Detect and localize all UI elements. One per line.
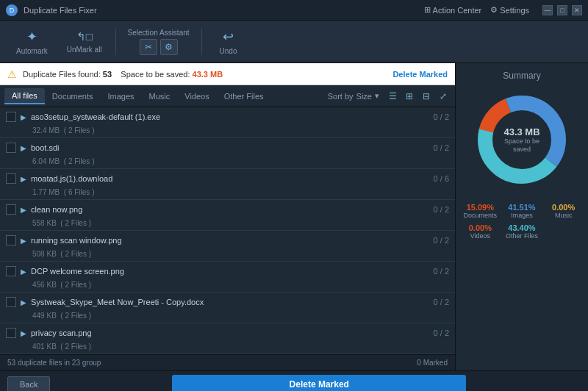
file-info-0: 32.4 MB ( 2 Files ) (0, 126, 455, 137)
file-group-3: ▶ clean now.png 0 / 2 558 KB ( 2 Files ) (0, 200, 455, 231)
stat-music: 0.00% Music (545, 203, 582, 219)
toolbar-divider-1 (115, 29, 116, 55)
file-group-6: ▶ Systweak_Skype_Meet Now_Preeti - Copy.… (0, 293, 455, 323)
file-name-1: boot.sdi (31, 143, 423, 152)
stat-images: 41.51% Images (503, 203, 541, 219)
space-label: Space to be saved: (121, 70, 190, 79)
expand-arrow-2[interactable]: ▶ (21, 175, 26, 183)
tab-music[interactable]: Music (142, 89, 178, 104)
expand-arrow-0[interactable]: ▶ (21, 113, 26, 121)
toolbar-divider-2 (201, 29, 202, 55)
expand-arrow-6[interactable]: ▶ (21, 298, 26, 306)
undo-button[interactable]: ↩ Undo (207, 26, 251, 58)
file-name-3: clean now.png (31, 205, 423, 214)
main-content: ⚠ Duplicate Files found: 53 Space to be … (0, 63, 588, 370)
checkbox-5[interactable] (6, 266, 16, 276)
file-info-6: 449 KB ( 2 Files ) (0, 312, 455, 323)
automark-button[interactable]: ✦ Automark (7, 26, 57, 58)
file-group-header-6[interactable]: ▶ Systweak_Skype_Meet Now_Preeti - Copy.… (0, 293, 455, 312)
file-list: ▶ aso3setup_systweak-default (1).exe 0 /… (0, 107, 455, 354)
stat-documents: 15.09% Documents (462, 203, 499, 219)
marked-count: 0 Marked (417, 359, 448, 367)
stat-videos: 0.00% Videos (462, 223, 499, 240)
tab-all-files[interactable]: All files (4, 88, 45, 104)
donut-label: Space to besaved (503, 137, 539, 154)
minimize-button[interactable]: — (542, 5, 553, 15)
file-name-7: privacy scan.png (31, 329, 423, 337)
select-scissors-icon[interactable]: ✂ (140, 39, 157, 55)
window-controls: — □ ✕ (542, 5, 582, 15)
tab-documents[interactable]: Documents (45, 89, 101, 104)
settings-button[interactable]: ⚙ Settings (490, 5, 529, 15)
file-info-3: 558 KB ( 2 Files ) (0, 219, 455, 230)
delete-marked-button[interactable]: Delete Marked (172, 375, 466, 392)
alert-text: Duplicate Files found: 53 Space to be sa… (23, 70, 387, 79)
grid-icon: ⊞ (424, 5, 431, 15)
file-name-0: aso3setup_systweak-default (1).exe (31, 112, 423, 121)
file-group-5: ▶ DCP welcome screen.png 0 / 2 456 KB ( … (0, 262, 455, 293)
close-button[interactable]: ✕ (572, 5, 582, 15)
action-center-button[interactable]: ⊞ Action Center (424, 5, 482, 15)
checkbox-3[interactable] (6, 204, 16, 215)
stat-pct-documents: 15.09% (462, 203, 499, 212)
file-group-0: ▶ aso3setup_systweak-default (1).exe 0 /… (0, 107, 455, 138)
file-score-2: 0 / 6 (423, 174, 449, 183)
stat-label-videos: Videos (462, 232, 499, 240)
checkbox-0[interactable] (6, 112, 16, 122)
list-view-icon[interactable]: ☰ (385, 89, 400, 104)
checkbox-4[interactable] (6, 235, 16, 245)
stat-label-music: Music (545, 212, 582, 219)
expand-arrow-4[interactable]: ▶ (21, 237, 26, 245)
stat-pct-images: 41.51% (503, 203, 541, 212)
file-group-header-5[interactable]: ▶ DCP welcome screen.png 0 / 2 (0, 262, 455, 281)
space-value: 43.3 MB (193, 70, 223, 79)
back-button[interactable]: Back (7, 376, 50, 392)
sort-dropdown-icon: ▾ (375, 91, 379, 101)
checkbox-6[interactable] (6, 297, 16, 307)
tab-other-files[interactable]: Other Files (217, 89, 271, 104)
selection-assistant: Selection Assistant ✂ ⚙ (121, 26, 197, 58)
checkbox-2[interactable] (6, 173, 16, 184)
unmark-all-button[interactable]: ↰□ UnMark all (58, 27, 111, 57)
stat-label-images: Images (503, 212, 541, 219)
expand-view-icon[interactable]: ⤢ (436, 89, 451, 104)
file-group-header-4[interactable]: ▶ running scan window.png 0 / 2 (0, 231, 455, 250)
stat-pct-videos: 0.00% (462, 223, 499, 232)
right-panel: Summary 43.3 MB Space to besaved 15.09% (456, 63, 588, 370)
summary-title: Summary (462, 71, 582, 81)
file-group-header-0[interactable]: ▶ aso3setup_systweak-default (1).exe 0 /… (0, 107, 455, 126)
expand-arrow-5[interactable]: ▶ (21, 268, 26, 276)
file-group-header-7[interactable]: ▶ privacy scan.png 0 / 2 (0, 323, 455, 342)
alert-bar: ⚠ Duplicate Files found: 53 Space to be … (0, 63, 455, 85)
file-group-header-1[interactable]: ▶ boot.sdi 0 / 2 (0, 138, 455, 157)
checkbox-7[interactable] (6, 328, 16, 338)
file-score-7: 0 / 2 (423, 329, 449, 337)
expand-arrow-7[interactable]: ▶ (21, 329, 26, 337)
file-info-4: 508 KB ( 2 Files ) (0, 250, 455, 261)
file-name-2: moatad.js(1).download (31, 174, 423, 183)
checkbox-1[interactable] (6, 143, 16, 153)
detail-view-icon[interactable]: ⊟ (419, 89, 434, 104)
tab-images[interactable]: Images (100, 89, 141, 104)
file-name-5: DCP welcome screen.png (31, 267, 423, 276)
automark-icon: ✦ (26, 29, 37, 45)
app-title: Duplicate Files Fixer (24, 6, 418, 15)
file-info-2: 1.77 MB ( 6 Files ) (0, 188, 455, 199)
maximize-button[interactable]: □ (557, 5, 567, 15)
file-group-1: ▶ boot.sdi 0 / 2 6.04 MB ( 2 Files ) (0, 138, 455, 169)
expand-arrow-3[interactable]: ▶ (21, 206, 26, 214)
grid-view-icon[interactable]: ⊞ (402, 89, 417, 104)
view-icons: ☰ ⊞ ⊟ ⤢ (385, 89, 451, 104)
delete-marked-link[interactable]: Delete Marked (392, 70, 448, 79)
select-gear-icon[interactable]: ⚙ (160, 39, 178, 55)
duplicates-label: Duplicate Files found: (23, 70, 103, 79)
tab-videos[interactable]: Videos (177, 89, 216, 104)
status-text: 53 duplicate files in 23 group (7, 359, 417, 367)
file-group-header-3[interactable]: ▶ clean now.png 0 / 2 (0, 200, 455, 219)
sort-control[interactable]: Sort by Size ▾ (328, 91, 379, 101)
donut-center: 43.3 MB Space to besaved (503, 126, 539, 154)
title-bar: D Duplicate Files Fixer ⊞ Action Center … (0, 0, 588, 21)
file-group-header-2[interactable]: ▶ moatad.js(1).download 0 / 6 (0, 169, 455, 188)
sort-value: Size (356, 92, 372, 101)
expand-arrow-1[interactable]: ▶ (21, 144, 26, 152)
